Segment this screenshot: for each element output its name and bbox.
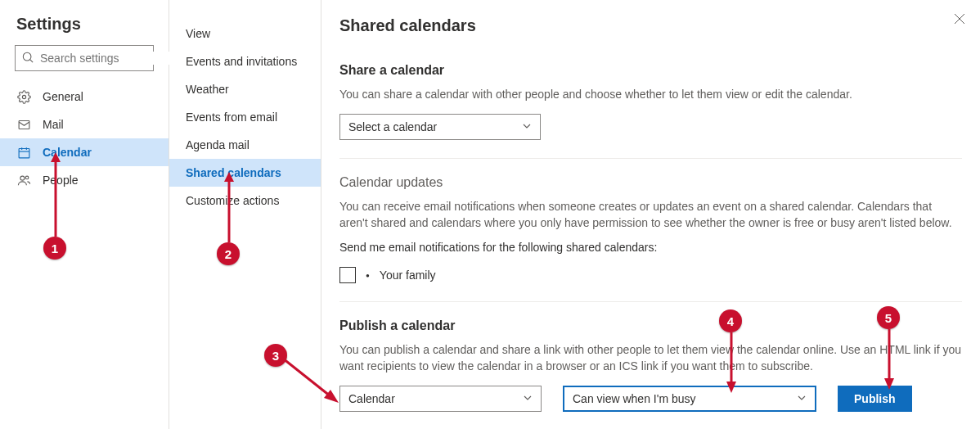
submenu-item-customize-actions[interactable]: Customize actions [169, 187, 321, 214]
select-calendar-share[interactable]: Select a calendar [339, 114, 541, 140]
publish-desc: You can publish a calendar and share a l… [339, 341, 962, 374]
settings-sidebar: Settings General Mail Calendar [0, 0, 169, 429]
select-value: Select a calendar [348, 120, 437, 133]
share-heading: Share a calendar [339, 63, 962, 78]
svg-point-0 [23, 52, 31, 61]
svg-line-1 [30, 59, 34, 62]
sidebar-item-label: General [43, 90, 83, 103]
gear-icon [16, 90, 31, 104]
sidebar-item-mail[interactable]: Mail [0, 111, 169, 138]
sidebar-item-label: People [43, 174, 79, 187]
select-permission[interactable]: Can view when I'm busy [563, 386, 816, 412]
select-calendar-publish[interactable]: Calendar [339, 386, 542, 412]
close-button[interactable] [954, 13, 965, 27]
sidebar-item-calendar[interactable]: Calendar [0, 138, 169, 166]
updates-prompt: Send me email notifications for the foll… [339, 239, 962, 255]
publish-button[interactable]: Publish [838, 386, 912, 412]
publish-heading: Publish a calendar [339, 318, 962, 333]
submenu-item-events-invitations[interactable]: Events and invitations [169, 47, 321, 75]
svg-rect-4 [19, 148, 29, 157]
svg-point-2 [22, 95, 25, 98]
sidebar-item-label: Mail [43, 118, 64, 131]
updates-desc: You can receive email notifications when… [339, 198, 962, 231]
bullet-icon: ● [366, 272, 370, 279]
updates-heading: Calendar updates [339, 175, 962, 190]
search-icon [22, 52, 34, 65]
mail-icon [16, 118, 31, 132]
page-title: Shared calendars [339, 16, 962, 35]
settings-title: Settings [0, 15, 169, 45]
svg-point-8 [20, 176, 24, 180]
share-desc: You can share a calendar with other peop… [339, 86, 962, 102]
calendar-submenu: View Events and invitations Weather Even… [169, 0, 321, 429]
svg-point-9 [25, 176, 29, 179]
svg-rect-3 [19, 120, 29, 129]
divider [339, 301, 962, 302]
people-icon [16, 174, 31, 187]
submenu-item-view[interactable]: View [169, 20, 321, 47]
submenu-item-events-from-email[interactable]: Events from email [169, 103, 321, 131]
submenu-item-shared-calendars[interactable]: Shared calendars [169, 159, 321, 187]
chevron-down-icon [523, 392, 533, 405]
chevron-down-icon [797, 392, 807, 405]
chevron-down-icon [522, 120, 532, 133]
checkbox-label: Your family [380, 269, 436, 282]
select-value: Calendar [348, 392, 395, 405]
checkbox-row-your-family[interactable]: ● Your family [339, 267, 962, 283]
main-panel: Shared calendars Share a calendar You ca… [321, 0, 980, 429]
search-settings[interactable] [15, 45, 154, 71]
submenu-item-weather[interactable]: Weather [169, 75, 321, 103]
calendar-icon [16, 146, 31, 160]
submenu-item-agenda-mail[interactable]: Agenda mail [169, 131, 321, 159]
search-input[interactable] [40, 52, 183, 65]
sidebar-item-people[interactable]: People [0, 166, 169, 194]
sidebar-item-label: Calendar [43, 146, 92, 159]
select-value: Can view when I'm busy [573, 392, 696, 405]
sidebar-item-general[interactable]: General [0, 83, 169, 111]
checkbox[interactable] [339, 267, 356, 283]
divider [339, 158, 962, 159]
